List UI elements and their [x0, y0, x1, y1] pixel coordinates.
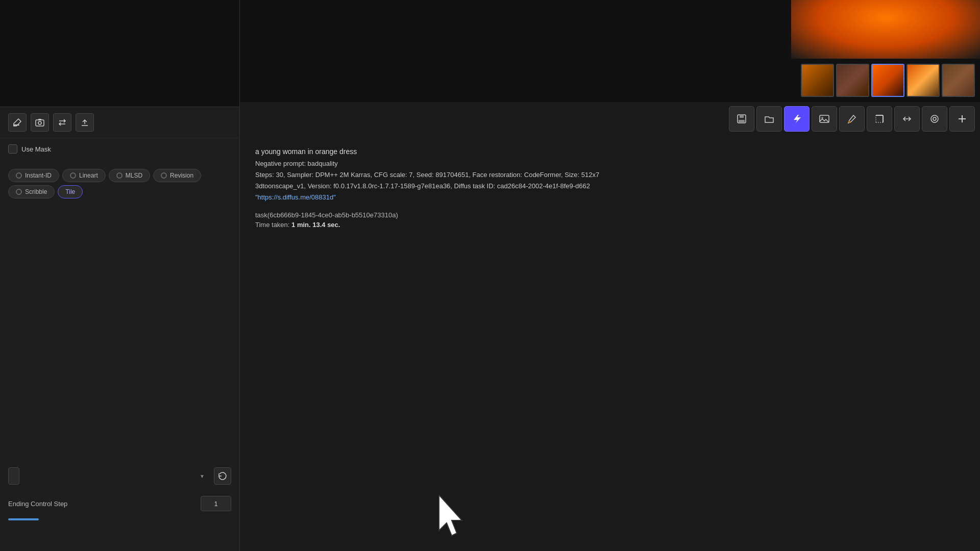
svg-point-9: [848, 121, 850, 123]
tool-lightning[interactable]: [784, 106, 810, 132]
thumbnail-5[interactable]: [942, 64, 975, 97]
thumbnail-3[interactable]: [871, 64, 904, 97]
use-mask-checkbox[interactable]: [8, 144, 17, 154]
model-dropdown[interactable]: [8, 467, 19, 485]
svg-point-2: [38, 121, 41, 124]
image-toolbar: [240, 102, 980, 136]
cursor-decoration: [434, 495, 470, 541]
thumbnails-row: [801, 59, 980, 102]
ctrl-btn-lineart[interactable]: Lineart: [62, 169, 106, 182]
model-dropdown-wrapper: [8, 467, 210, 485]
tool-image[interactable]: [812, 106, 837, 132]
info-area: a young woman in orange dress Negative p…: [240, 136, 980, 354]
tool-plus[interactable]: [949, 106, 975, 132]
steps-text: Steps: 30, Sampler: DPM++ 2M Karras, CFG…: [255, 169, 965, 181]
ending-control-step-label: Ending Control Step: [8, 500, 195, 508]
radio-revision: [161, 172, 167, 179]
task-text: task(6cb666b9-1845-4ce0-ab5b-b5510e73310…: [255, 211, 965, 219]
image-section: [240, 0, 980, 102]
radio-lineart: [70, 172, 76, 179]
svg-point-11: [933, 117, 936, 120]
ctrl-btn-scribble[interactable]: Scribble: [8, 185, 55, 198]
ctrl-btn-instant-id[interactable]: Instant-ID: [8, 169, 59, 182]
tool-arrows[interactable]: [894, 106, 920, 132]
svg-rect-6: [739, 120, 745, 123]
svg-marker-12: [439, 495, 462, 536]
radio-instant-id: [16, 172, 22, 179]
negative-prompt-text: Negative prompt: badquality: [255, 158, 965, 169]
canvas-area: [0, 0, 239, 107]
tool-brush[interactable]: [839, 106, 865, 132]
toolbar-row: [0, 107, 239, 138]
svg-point-10: [931, 115, 938, 122]
refresh-button[interactable]: [214, 467, 231, 485]
thumbnail-4[interactable]: [906, 64, 940, 97]
model-text: 3dtoonscape_v1, Version: f0.0.17v1.8.0rc…: [255, 181, 965, 192]
main-area: a young woman in orange dress Negative p…: [240, 0, 980, 551]
thumbnail-1[interactable]: [801, 64, 834, 97]
swap-button[interactable]: [53, 113, 71, 132]
ctrl-btn-tile[interactable]: Tile: [58, 185, 83, 198]
left-panel: Use Mask Instant-ID Lineart MLSD Revisio…: [0, 0, 240, 551]
svg-rect-1: [36, 120, 44, 126]
thumbnail-2[interactable]: [836, 64, 869, 97]
prompt-text: a young woman in orange dress: [255, 146, 965, 158]
camera-button[interactable]: [31, 113, 49, 132]
control-types: Instant-ID Lineart MLSD Revision Scribbl…: [0, 164, 239, 204]
main-image: [791, 0, 980, 59]
tool-crop[interactable]: [867, 106, 892, 132]
radio-scribble: [16, 189, 22, 195]
use-mask-row: Use Mask: [0, 138, 239, 164]
ctrl-btn-mlsd[interactable]: MLSD: [109, 169, 150, 182]
url-text: "https://s.diffus.me/08831d": [255, 192, 965, 203]
ctrl-btn-revision[interactable]: Revision: [153, 169, 201, 182]
tool-folder[interactable]: [756, 106, 782, 132]
upload-button[interactable]: [76, 113, 94, 132]
tool-circle[interactable]: [922, 106, 947, 132]
url-link[interactable]: "https://s.diffus.me/08831d": [255, 193, 336, 201]
time-text: Time taken: 1 min. 13.4 sec.: [255, 221, 965, 229]
tool-save[interactable]: [729, 106, 754, 132]
use-mask-label: Use Mask: [21, 145, 51, 153]
dropdown-row: [0, 457, 239, 490]
edit-button[interactable]: [8, 113, 27, 132]
ending-control-step-row: Ending Control Step 1: [0, 490, 239, 517]
svg-rect-0: [13, 124, 19, 126]
svg-rect-5: [740, 115, 744, 118]
ending-control-step-input[interactable]: 1: [201, 496, 231, 511]
radio-mlsd: [116, 172, 122, 179]
svg-rect-3: [38, 119, 41, 120]
